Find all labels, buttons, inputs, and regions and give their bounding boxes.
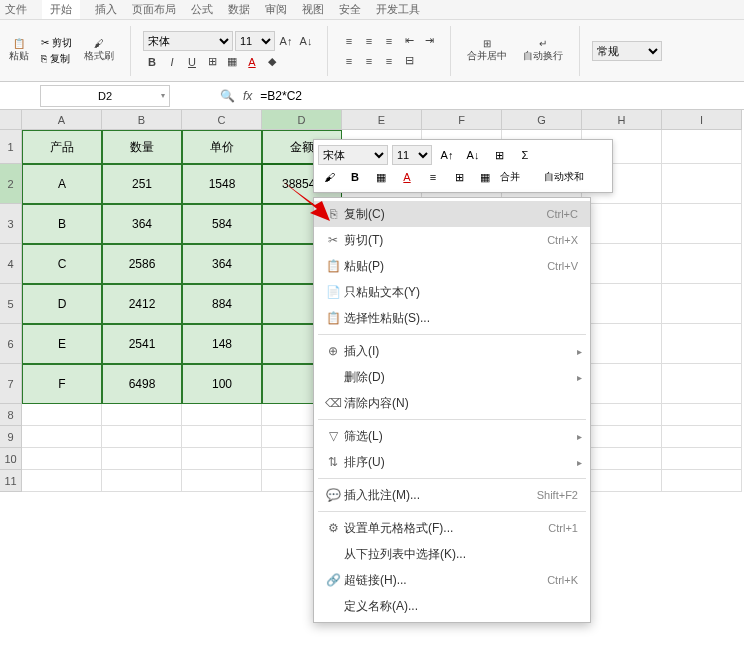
cell-b3[interactable]: 364 xyxy=(102,204,182,244)
cell-a1[interactable]: 产品 xyxy=(22,130,102,164)
borders-button[interactable]: ⊞ xyxy=(203,53,221,71)
ctx-cut[interactable]: ✂ 剪切(T) Ctrl+X xyxy=(314,227,590,253)
cell-b2[interactable]: 251 xyxy=(102,164,182,204)
mini-fill-button[interactable]: ▦ xyxy=(370,167,392,187)
cell-a4[interactable]: C xyxy=(22,244,102,284)
cell-h3[interactable] xyxy=(582,204,662,244)
row-header-9[interactable]: 9 xyxy=(0,426,22,448)
menu-formula[interactable]: 公式 xyxy=(191,2,213,17)
cell-a7[interactable]: F xyxy=(22,364,102,404)
fx-icon[interactable]: fx xyxy=(243,89,252,103)
formula-input[interactable] xyxy=(260,89,660,103)
mini-decrease-font-icon[interactable]: A↓ xyxy=(462,145,484,165)
cell-a9[interactable] xyxy=(22,426,102,448)
ctx-format-cells[interactable]: ⚙ 设置单元格格式(F)... Ctrl+1 xyxy=(314,515,590,541)
mini-merge-label[interactable]: 合并 xyxy=(500,170,540,184)
cell-c4[interactable]: 364 xyxy=(182,244,262,284)
mini-increase-font-icon[interactable]: A↑ xyxy=(436,145,458,165)
cell-i4[interactable] xyxy=(662,244,742,284)
align-top-button[interactable]: ≡ xyxy=(340,32,358,50)
decrease-font-icon[interactable]: A↓ xyxy=(297,32,315,50)
col-header-i[interactable]: I xyxy=(662,110,742,130)
cell-c2[interactable]: 1548 xyxy=(182,164,262,204)
paste-button[interactable]: 📋 粘贴 xyxy=(5,36,33,65)
merge-center-button[interactable]: ⊞ 合并居中 xyxy=(463,36,511,65)
mini-align-button[interactable]: ≡ xyxy=(422,167,444,187)
ctx-copy[interactable]: ⎘ 复制(C) Ctrl+C xyxy=(314,201,590,227)
merge-button[interactable]: ⊟ xyxy=(400,52,418,70)
cell-c7[interactable]: 100 xyxy=(182,364,262,404)
row-header-1[interactable]: 1 xyxy=(0,130,22,164)
magnify-icon[interactable]: 🔍 xyxy=(220,89,235,103)
ctx-insert[interactable]: ⊕ 插入(I) ▸ xyxy=(314,338,590,364)
row-header-3[interactable]: 3 xyxy=(0,204,22,244)
cell-c5[interactable]: 884 xyxy=(182,284,262,324)
mini-bold-button[interactable]: B xyxy=(344,167,366,187)
cell-c3[interactable]: 584 xyxy=(182,204,262,244)
cell-i6[interactable] xyxy=(662,324,742,364)
col-header-g[interactable]: G xyxy=(502,110,582,130)
bold-button[interactable]: B xyxy=(143,53,161,71)
cell-b4[interactable]: 2586 xyxy=(102,244,182,284)
menu-security[interactable]: 安全 xyxy=(339,2,361,17)
align-center-button[interactable]: ≡ xyxy=(360,52,378,70)
cell-c1[interactable]: 单价 xyxy=(182,130,262,164)
menu-review[interactable]: 审阅 xyxy=(265,2,287,17)
row-header-5[interactable]: 5 xyxy=(0,284,22,324)
cell-i2[interactable] xyxy=(662,164,742,204)
mini-sum-icon[interactable]: Σ xyxy=(514,145,536,165)
col-header-f[interactable]: F xyxy=(422,110,502,130)
select-all-corner[interactable] xyxy=(0,110,22,130)
ctx-hyperlink[interactable]: 🔗 超链接(H)... Ctrl+K xyxy=(314,567,590,593)
highlight-button[interactable]: ◆ xyxy=(263,53,281,71)
menu-start[interactable]: 开始 xyxy=(42,0,80,19)
ctx-delete[interactable]: 删除(D) ▸ xyxy=(314,364,590,390)
font-size-select[interactable]: 11 xyxy=(235,31,275,51)
ctx-filter[interactable]: ▽ 筛选(L) ▸ xyxy=(314,423,590,449)
cell-i3[interactable] xyxy=(662,204,742,244)
mini-cells-button[interactable]: ▦ xyxy=(474,167,496,187)
row-header-6[interactable]: 6 xyxy=(0,324,22,364)
menu-layout[interactable]: 页面布局 xyxy=(132,2,176,17)
cell-i5[interactable] xyxy=(662,284,742,324)
ctx-paste-text[interactable]: 📄 只粘贴文本(Y) xyxy=(314,279,590,305)
font-name-select[interactable]: 宋体 xyxy=(143,31,233,51)
indent-dec-button[interactable]: ⇤ xyxy=(400,32,418,50)
underline-button[interactable]: U xyxy=(183,53,201,71)
align-mid-button[interactable]: ≡ xyxy=(360,32,378,50)
mini-size-select[interactable]: 11 xyxy=(392,145,432,165)
cell-a11[interactable] xyxy=(22,470,102,492)
cell-a2[interactable]: A xyxy=(22,164,102,204)
row-header-2[interactable]: 2 xyxy=(0,164,22,204)
wrap-text-button[interactable]: ↵ 自动换行 xyxy=(519,36,567,65)
menu-insert[interactable]: 插入 xyxy=(95,2,117,17)
format-painter-button[interactable]: 🖌 格式刷 xyxy=(80,36,118,65)
align-left-button[interactable]: ≡ xyxy=(340,52,358,70)
mini-font-select[interactable]: 宋体 xyxy=(318,145,388,165)
cell-b1[interactable]: 数量 xyxy=(102,130,182,164)
number-format-select[interactable]: 常规 xyxy=(592,41,662,61)
cell-h5[interactable] xyxy=(582,284,662,324)
cell-a10[interactable] xyxy=(22,448,102,470)
increase-font-icon[interactable]: A↑ xyxy=(277,32,295,50)
row-header-7[interactable]: 7 xyxy=(0,364,22,404)
cell-i1[interactable] xyxy=(662,130,742,164)
mini-merge-icon[interactable]: ⊞ xyxy=(488,145,510,165)
copy-button[interactable]: ⎘ 复制 xyxy=(41,52,70,66)
cell-b6[interactable]: 2541 xyxy=(102,324,182,364)
row-header-8[interactable]: 8 xyxy=(0,404,22,426)
cell-a6[interactable]: E xyxy=(22,324,102,364)
name-box[interactable]: D2 xyxy=(40,85,170,107)
row-header-4[interactable]: 4 xyxy=(0,244,22,284)
menu-data[interactable]: 数据 xyxy=(228,2,250,17)
cell-h7[interactable] xyxy=(582,364,662,404)
ctx-paste-special[interactable]: 📋 选择性粘贴(S)... xyxy=(314,305,590,331)
ctx-define-name[interactable]: 定义名称(A)... xyxy=(314,593,590,619)
ctx-paste[interactable]: 📋 粘贴(P) Ctrl+V xyxy=(314,253,590,279)
ctx-clear[interactable]: ⌫ 清除内容(N) xyxy=(314,390,590,416)
col-header-c[interactable]: C xyxy=(182,110,262,130)
font-color-button[interactable]: A xyxy=(243,53,261,71)
ctx-insert-comment[interactable]: 💬 插入批注(M)... Shift+F2 xyxy=(314,482,590,508)
row-header-11[interactable]: 11 xyxy=(0,470,22,492)
ctx-dropdown[interactable]: 从下拉列表中选择(K)... xyxy=(314,541,590,567)
